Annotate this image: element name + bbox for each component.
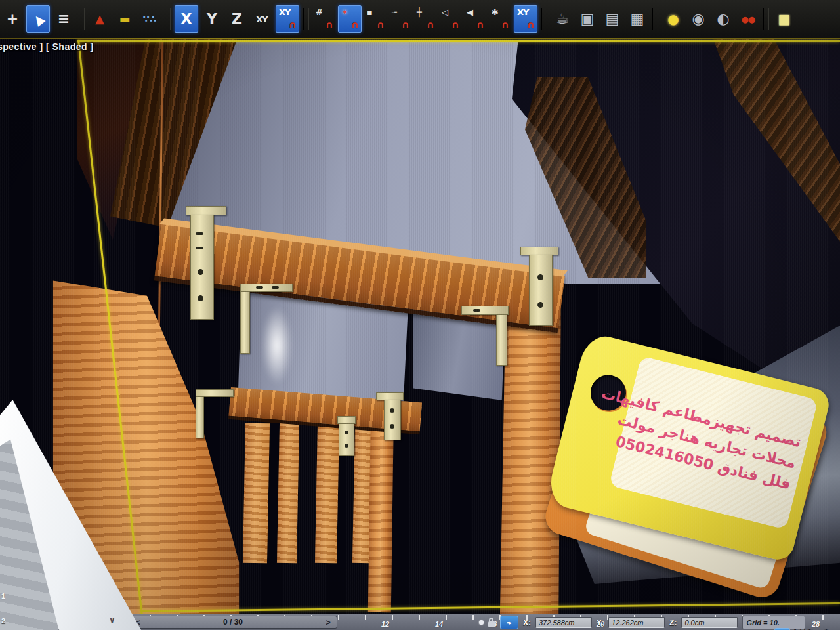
toolbar-separator: [763, 8, 769, 30]
snaps-toggle-icon[interactable]: ✦: [338, 5, 362, 33]
toolbar-separator: [165, 8, 171, 30]
render-preview-icon[interactable]: ◐: [712, 6, 734, 32]
midpoint-snap-icon[interactable]: ┿: [414, 6, 436, 32]
time-slider[interactable]: < 0 / 30 >: [129, 616, 337, 629]
add-tool-icon[interactable]: +: [1, 6, 24, 32]
axis-z-button[interactable]: Z: [226, 6, 248, 32]
x-coord-label: X:: [523, 618, 531, 627]
snap-xy-toggle-icon[interactable]: XY: [276, 5, 299, 33]
time-current-frame[interactable]: 0 / 30: [146, 618, 320, 627]
model-slat: [277, 423, 299, 564]
axis-y-button[interactable]: Y: [201, 6, 223, 32]
select-by-name-icon[interactable]: ≡: [52, 6, 75, 32]
link-hierarchy-icon[interactable]: ▲: [89, 6, 111, 32]
corner-number: 1: [1, 592, 5, 600]
spinner-snap-icon[interactable]: ✱: [489, 6, 511, 32]
selection-region-icon[interactable]: ∵∴: [138, 6, 161, 32]
toolbar-separator: [652, 8, 658, 30]
viewport-border-top: [77, 40, 840, 42]
endpoint-snap-icon[interactable]: ╼: [389, 6, 411, 32]
main-toolbar: +▲≡▲▬∵∴XYZXYXY#✦▪╼┿◁◀✱XY☕▣▤▦●◉◐●●■: [0, 0, 840, 38]
viewport-border-bottom: [140, 602, 840, 612]
model-slat: [243, 423, 270, 564]
light-bulb-icon[interactable]: ●: [662, 6, 684, 32]
metal-bracket: [461, 306, 510, 366]
metal-bracket: [186, 206, 232, 321]
measure-ruler-icon[interactable]: ▬: [114, 6, 136, 32]
video-camera-icon[interactable]: ◉: [687, 6, 709, 32]
metal-bracket: [376, 392, 405, 441]
axis-xy-button[interactable]: XY: [251, 6, 273, 32]
corner-number: 2: [1, 617, 5, 625]
y-coord-field[interactable]: 12.262cm: [608, 617, 665, 628]
status-dot-icon[interactable]: [479, 620, 484, 625]
maximize-viewport-icon[interactable]: ■: [773, 6, 795, 32]
metal-bracket: [240, 284, 294, 356]
perspective-viewport[interactable]: Z x تصميم تجهيزمطاعم كافيهات محلات تجاري…: [0, 38, 840, 616]
x-coord-field[interactable]: 372.588cm: [536, 617, 592, 628]
render-production-icon[interactable]: ●●: [737, 6, 759, 32]
z-coord-label: Z:: [669, 618, 677, 627]
model-slat: [315, 423, 339, 564]
metal-bracket: [520, 247, 561, 327]
select-object-icon[interactable]: ▲: [26, 5, 50, 33]
trackbar-frame-number: 12: [381, 620, 389, 628]
metal-bracket: [196, 389, 235, 439]
z-coord-field[interactable]: 0.0cm: [681, 617, 738, 628]
snap-xy-3d-icon[interactable]: XY: [514, 5, 537, 33]
price-tag-card: تصميم تجهيزمطاعم كافيهات محلات تجاريه هن…: [609, 356, 818, 530]
metal-bracket: [337, 416, 357, 457]
toolbar-separator: [541, 8, 547, 30]
render-setup-icon[interactable]: ▣: [576, 6, 598, 32]
render-settings-icon[interactable]: ▦: [626, 6, 648, 32]
environment-dialog-icon[interactable]: ▤: [601, 6, 623, 32]
grid-snap-icon[interactable]: #: [313, 6, 335, 32]
selection-lock-icon[interactable]: [488, 621, 495, 627]
vertex-snap-icon[interactable]: ▪: [364, 6, 387, 32]
chevron-down-icon[interactable]: ∨: [109, 616, 116, 625]
y-coord-label: Y:: [597, 618, 604, 627]
percent-snap-icon[interactable]: ◀: [464, 6, 486, 32]
time-next-button[interactable]: >: [320, 618, 337, 627]
grid-size-display: Grid = 10.: [742, 616, 805, 629]
toolbar-separator: [303, 8, 309, 30]
viewport-label[interactable]: spective ] [ Shaded ]: [0, 41, 94, 52]
trackbar-frame-number: 14: [435, 620, 443, 628]
axis-x-button[interactable]: X: [175, 5, 198, 33]
3dsmax-window: +▲≡▲▬∵∴XYZXYXY#✦▪╼┿◁◀✱XY☕▣▤▦●◉◐●●■: [0, 0, 840, 630]
angle-snap-icon[interactable]: ◁: [439, 6, 461, 32]
absolute-mode-icon[interactable]: ▪▸: [500, 616, 518, 629]
render-teapot-icon[interactable]: ☕: [551, 6, 574, 32]
toolbar-separator: [79, 8, 85, 30]
